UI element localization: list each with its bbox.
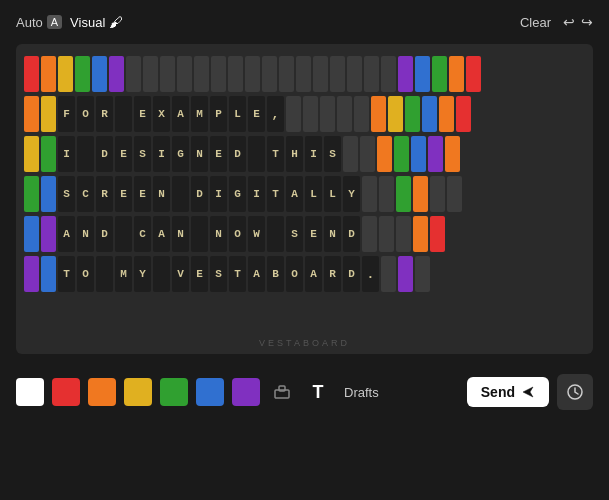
cell[interactable]: O xyxy=(286,256,303,292)
cell[interactable] xyxy=(432,56,447,92)
board-row-3[interactable]: S C R E E N D I G I T A L L Y xyxy=(24,174,585,214)
cell[interactable]: E xyxy=(210,136,227,172)
cell[interactable] xyxy=(75,56,90,92)
cell[interactable]: H xyxy=(286,136,303,172)
cell[interactable] xyxy=(109,56,124,92)
redo-button[interactable]: ↪ xyxy=(581,14,593,30)
cell[interactable]: G xyxy=(229,176,246,212)
cell[interactable] xyxy=(313,56,328,92)
cell[interactable]: R xyxy=(324,256,341,292)
cell[interactable]: V xyxy=(172,256,189,292)
eraser-button[interactable] xyxy=(268,378,296,406)
cell[interactable] xyxy=(58,56,73,92)
cell[interactable]: W xyxy=(248,216,265,252)
cell[interactable]: E xyxy=(248,96,265,132)
cell[interactable] xyxy=(77,136,94,172)
cell[interactable] xyxy=(415,56,430,92)
cell[interactable]: D xyxy=(229,136,246,172)
cell[interactable] xyxy=(330,56,345,92)
cell[interactable]: T xyxy=(229,256,246,292)
cell[interactable]: I xyxy=(210,176,227,212)
cell[interactable]: G xyxy=(172,136,189,172)
cell[interactable] xyxy=(371,96,386,132)
board-row-2[interactable]: I D E S I G N E D T H I S xyxy=(24,134,585,174)
cell[interactable] xyxy=(41,176,56,212)
cell[interactable] xyxy=(343,136,358,172)
undo-button[interactable]: ↩ xyxy=(563,14,575,30)
cell[interactable]: Y xyxy=(134,256,151,292)
cell[interactable]: O xyxy=(77,256,94,292)
cell[interactable] xyxy=(115,216,132,252)
cell[interactable]: N xyxy=(324,216,341,252)
cell[interactable]: M xyxy=(191,96,208,132)
cell[interactable]: I xyxy=(58,136,75,172)
cell[interactable]: O xyxy=(229,216,246,252)
cell[interactable] xyxy=(456,96,471,132)
cell[interactable]: C xyxy=(77,176,94,212)
cell[interactable] xyxy=(364,56,379,92)
cell[interactable] xyxy=(381,256,396,292)
cell[interactable] xyxy=(360,136,375,172)
cell[interactable] xyxy=(286,96,301,132)
cell[interactable]: N xyxy=(210,216,227,252)
cell[interactable] xyxy=(248,136,265,172)
cell[interactable]: N xyxy=(191,136,208,172)
cell[interactable] xyxy=(191,216,208,252)
cell[interactable] xyxy=(430,216,445,252)
cell[interactable]: X xyxy=(153,96,170,132)
cell[interactable] xyxy=(449,56,464,92)
cell[interactable] xyxy=(428,136,443,172)
cell[interactable] xyxy=(296,56,311,92)
cell[interactable] xyxy=(177,56,192,92)
board-row-5[interactable]: T O M Y V E S T A B O A R D . xyxy=(24,254,585,294)
cell[interactable]: L xyxy=(305,176,322,212)
cell[interactable] xyxy=(24,56,39,92)
cell[interactable]: D xyxy=(343,256,360,292)
cell[interactable]: I xyxy=(305,136,322,172)
cell[interactable] xyxy=(337,96,352,132)
cell[interactable]: S xyxy=(286,216,303,252)
cell[interactable]: E xyxy=(115,176,132,212)
cell[interactable]: N xyxy=(153,176,170,212)
cell[interactable]: N xyxy=(77,216,94,252)
cell[interactable]: S xyxy=(210,256,227,292)
cell[interactable] xyxy=(439,96,454,132)
cell[interactable] xyxy=(405,96,420,132)
cell[interactable]: Y xyxy=(343,176,360,212)
cell[interactable] xyxy=(354,96,369,132)
cell[interactable] xyxy=(41,56,56,92)
color-green[interactable] xyxy=(160,378,188,406)
cell[interactable] xyxy=(115,96,132,132)
cell[interactable]: E xyxy=(305,216,322,252)
cell[interactable] xyxy=(41,136,56,172)
clear-button[interactable]: Clear xyxy=(520,15,551,30)
cell[interactable] xyxy=(24,176,39,212)
board-row-4[interactable]: A N D C A N N O W S E N D xyxy=(24,214,585,254)
cell[interactable]: I xyxy=(153,136,170,172)
cell[interactable]: A xyxy=(248,256,265,292)
board-row-0[interactable] xyxy=(24,54,585,94)
cell[interactable]: L xyxy=(324,176,341,212)
cell[interactable] xyxy=(413,216,428,252)
send-button[interactable]: Send xyxy=(467,377,549,407)
cell[interactable] xyxy=(398,56,413,92)
cell[interactable] xyxy=(96,256,113,292)
cell[interactable] xyxy=(245,56,260,92)
cell[interactable] xyxy=(267,216,284,252)
cell[interactable]: A xyxy=(153,216,170,252)
cell[interactable]: D xyxy=(96,136,113,172)
cell[interactable] xyxy=(228,56,243,92)
cell[interactable] xyxy=(279,56,294,92)
cell[interactable] xyxy=(126,56,141,92)
cell[interactable]: I xyxy=(248,176,265,212)
cell[interactable]: E xyxy=(191,256,208,292)
cell[interactable] xyxy=(381,56,396,92)
cell[interactable]: N xyxy=(172,216,189,252)
cell[interactable] xyxy=(153,256,170,292)
cell[interactable] xyxy=(388,96,403,132)
cell[interactable] xyxy=(160,56,175,92)
cell[interactable]: E xyxy=(134,96,151,132)
cell[interactable]: D xyxy=(343,216,360,252)
cell[interactable] xyxy=(396,176,411,212)
cell[interactable] xyxy=(398,256,413,292)
